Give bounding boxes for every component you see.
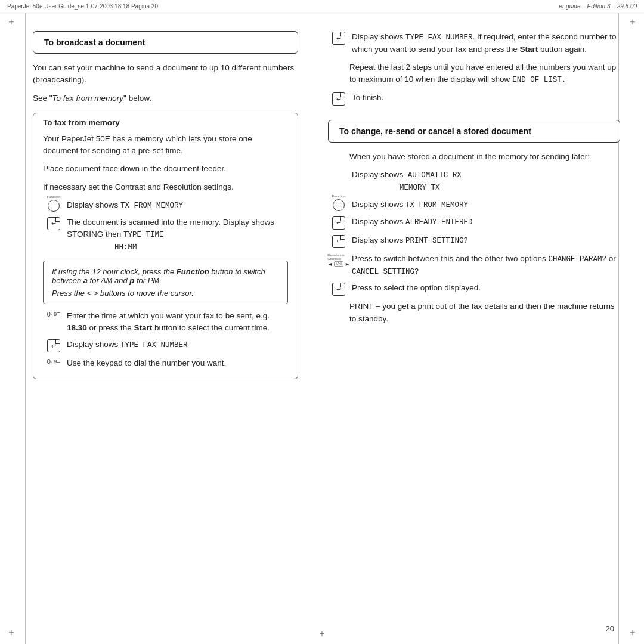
step-use-keypad: 0 / 9☰ Use the keypad to dial the number…: [43, 357, 288, 369]
rcv-button: Resolution Contrast ◄ Vol ►: [327, 253, 350, 267]
start-button-change-3: ↵: [332, 283, 345, 296]
right-column: ↵ Display shows TYPE FAX NUMBER. If requ…: [316, 13, 644, 644]
start-button-1: ↵: [47, 217, 60, 230]
repeat-para: Repeat the last 2 steps until you have e…: [349, 61, 620, 86]
start-button-right-1: ↵: [332, 32, 345, 45]
header-left: PaperJet 50e User Guide_se 1-07-2003 18:…: [7, 3, 322, 10]
step-finish-text: To finish.: [352, 92, 620, 104]
header-right: er guide – Edition 3 – 29.8.00: [322, 3, 637, 10]
left-column: To broadcast a document You can set your…: [0, 13, 316, 644]
step-enter-time: 0 / 9☰ Enter the time at which you want …: [43, 310, 288, 335]
step-scanned-text: The document is scanned into the memory.…: [67, 216, 288, 253]
broadcast-para2: See "To fax from memory" below.: [33, 92, 298, 104]
start-icon-change-3: ↵: [328, 283, 349, 296]
fax-memory-link: To fax from memory: [52, 94, 124, 103]
fax-memory-para1: Your PaperJet 50E has a memory which let…: [43, 133, 288, 157]
keypad-button-2: 0 / 9☰: [47, 358, 60, 365]
callout-line2: Press the < > buttons to move the cursor…: [52, 289, 279, 298]
step-right-type-fax-text: Display shows TYPE FAX NUMBER. If requir…: [352, 31, 620, 55]
step-select-text: Press to select the option displayed.: [352, 282, 620, 294]
step-tx-from-memory: Function Display shows TX FROM MEMORY: [43, 199, 288, 212]
keypad-icon-2: 0 / 9☰: [43, 358, 64, 365]
step-automatic-rx: Display shows AUTOMATIC RX MEMORY TX: [328, 169, 620, 194]
function-icon-1: Function: [43, 200, 64, 212]
step-right-type-fax: ↵ Display shows TYPE FAX NUMBER. If requ…: [328, 31, 620, 55]
step-already-entered: ↵ Display shows ALREADY ENTERED: [328, 216, 620, 230]
broadcast-section: To broadcast a document: [33, 31, 298, 54]
step-print-setting-text: Display shows PRINT SETTING?: [352, 234, 620, 247]
start-button-change-2: ↵: [332, 235, 345, 248]
step-rcv-text: Press to switch between this and the oth…: [352, 253, 620, 278]
step-change-tx-text: Display shows TX FROM MEMORY: [352, 199, 620, 211]
step-type-fax-number: ↵ Display shows TYPE FAX NUMBER: [43, 339, 288, 352]
change-section-box: To change, re-send or cancel a stored do…: [328, 120, 620, 143]
rcv-icon: Resolution Contrast ◄ Vol ►: [328, 253, 349, 267]
start-icon-change-1: ↵: [328, 216, 349, 230]
step-automatic-rx-text: Display shows AUTOMATIC RX MEMORY TX: [352, 169, 620, 194]
change-para1: When you have stored a document in the m…: [349, 151, 620, 163]
keypad-icon-1: 0 / 9☰: [43, 311, 64, 318]
fax-memory-para3: If necessary set the Contrast and Resolu…: [43, 181, 288, 193]
function-button-1: Function: [48, 200, 60, 212]
step-scanned: ↵ The document is scanned into the memor…: [43, 216, 288, 253]
callout-line1: If using the 12 hour clock, press the Fu…: [52, 267, 279, 285]
fax-memory-section: To fax from memory Your PaperJet 50E has…: [33, 113, 298, 380]
keypad-button-1: 0 / 9☰: [47, 311, 60, 318]
start-icon-right-1: ↵: [328, 32, 349, 45]
step-type-fax-text: Display shows TYPE FAX NUMBER: [67, 339, 288, 351]
print-para: PRINT – you get a print out of the fax d…: [349, 301, 620, 325]
start-button-change-1: ↵: [332, 216, 345, 230]
step-select-option: ↵ Press to select the option displayed.: [328, 282, 620, 296]
start-icon-2: ↵: [43, 339, 64, 352]
broadcast-title: To broadcast a document: [44, 38, 287, 47]
main-content: To broadcast a document You can set your…: [0, 13, 644, 644]
step-use-keypad-text: Use the keypad to dial the number you wa…: [67, 357, 288, 369]
change-title: To change, re-send or cancel a stored do…: [339, 126, 609, 136]
broadcast-para1: You can set your machine to send a docum…: [33, 62, 298, 86]
fax-memory-title: To fax from memory: [43, 118, 288, 127]
step-enter-time-text: Enter the time at which you want your fa…: [67, 310, 288, 335]
function-icon-change: Function: [328, 199, 349, 211]
header-bar: PaperJet 50e User Guide_se 1-07-2003 18:…: [0, 0, 644, 13]
start-button-finish: ↵: [332, 92, 345, 106]
fax-memory-para2: Place document face down in the document…: [43, 163, 288, 175]
step-finish: ↵ To finish.: [328, 92, 620, 106]
step-rcv: Resolution Contrast ◄ Vol ► Press to swi…: [328, 253, 620, 278]
step-tx-text: Display shows TX FROM MEMORY: [67, 199, 288, 212]
function-button-change: Function: [333, 199, 345, 211]
step-print-setting: ↵ Display shows PRINT SETTING?: [328, 234, 620, 248]
start-icon-finish: ↵: [328, 92, 349, 106]
callout-box: If using the 12 hour clock, press the Fu…: [43, 261, 288, 304]
start-icon-change-2: ↵: [328, 235, 349, 248]
start-button-2: ↵: [47, 339, 60, 352]
start-icon-1: ↵: [43, 217, 64, 230]
step-already-text: Display shows ALREADY ENTERED: [352, 216, 620, 228]
page-number: 20: [606, 624, 614, 633]
step-change-tx-memory: Function Display shows TX FROM MEMORY: [328, 199, 620, 211]
